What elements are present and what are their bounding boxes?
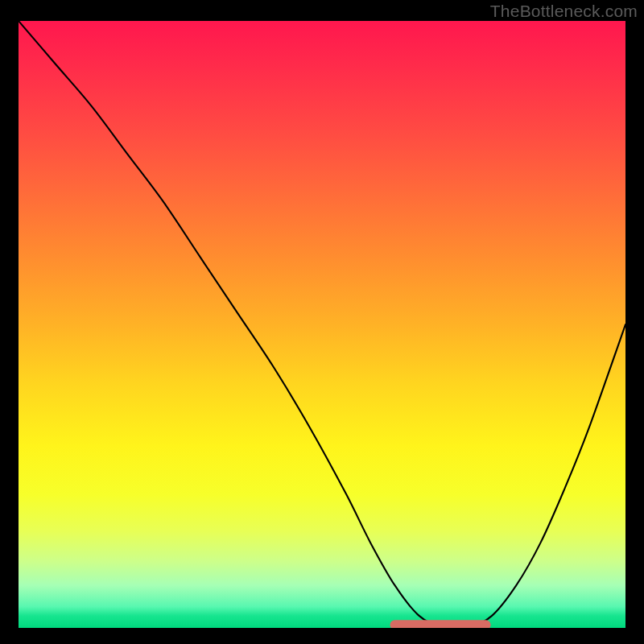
plot-area bbox=[19, 21, 625, 628]
watermark-label: TheBottleneck.com bbox=[490, 2, 638, 21]
curve-layer bbox=[19, 21, 625, 628]
bottleneck-curve bbox=[19, 21, 625, 628]
chart-frame: TheBottleneck.com bbox=[0, 0, 644, 644]
